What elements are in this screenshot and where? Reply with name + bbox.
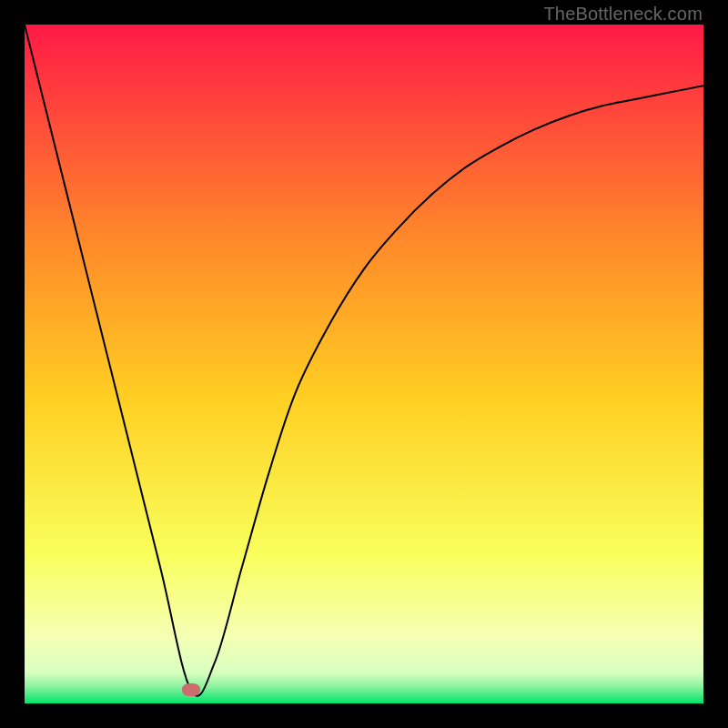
chart-frame bbox=[25, 25, 703, 703]
chart-background bbox=[25, 25, 703, 703]
bottleneck-chart bbox=[25, 25, 703, 703]
watermark-text: TheBottleneck.com bbox=[543, 4, 703, 25]
optimal-point-marker bbox=[182, 683, 200, 696]
